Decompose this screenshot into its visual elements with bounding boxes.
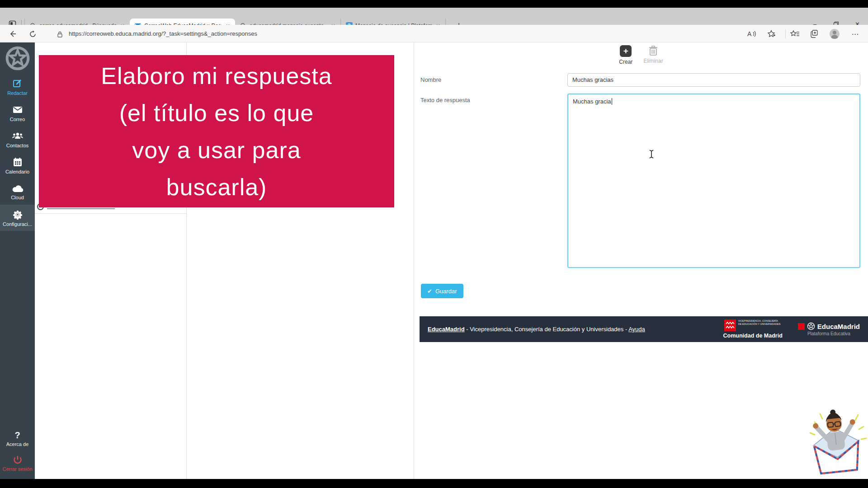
web-content: Redactar Correo Contactos Calendario Clo… [0,42,868,479]
calendar-icon [12,157,23,168]
lock-icon[interactable] [54,29,65,40]
em-star-circle-icon [807,322,815,330]
settings-menu-button[interactable]: ⋯ [850,28,861,39]
cm-flag-icon [724,319,736,331]
cm-title: Comunidad de Madrid [723,333,783,339]
em-subtitle: Plataforma Educativa [807,331,850,336]
create-label: Crear [619,59,632,65]
avatar-icon [830,29,840,39]
sidebar-item-redactar[interactable]: Redactar [0,74,35,100]
banner-line: Elaboro mi respuesta [39,57,394,94]
browser-tab-strip: correo educamadrid - Búsqueda ✕ CorreoWe… [0,8,868,25]
response-form-pane: + Crear Eliminar Nombre Muchas gracias T… [414,42,868,479]
sidebar-item-contactos[interactable]: Contactos [0,126,35,152]
compose-icon [12,78,23,89]
footer-logos: Vicepresidencia, Consejería de Educación… [723,319,860,339]
name-field-label: Nombre [420,76,441,83]
sidebar-item-cerrar-sesion[interactable]: Cerrar sesión [0,450,35,476]
sidebar-item-cloud[interactable]: Cloud [0,178,35,205]
em-title: EducaMadrid [817,323,860,330]
sidebar-item-label: Contactos [6,143,29,148]
footer-educamadrid-link[interactable]: EducaMadrid [428,326,465,333]
mail-icon [12,104,23,115]
name-input[interactable]: Muchas gracias [567,73,860,87]
save-label: Guardar [435,288,457,295]
sidebar-item-calendario[interactable]: Calendario [0,152,35,178]
save-button[interactable]: ✔ Guardar [421,284,463,298]
letterbox-bottom [0,479,868,488]
gear-icon [12,209,23,220]
list-row-divider [35,213,187,214]
plus-icon: + [620,45,632,57]
banner-line: buscarla) [39,169,394,206]
cm-small-text: Vicepresidencia, Consejería de Educación… [738,319,782,325]
toolbar-separator [785,29,786,38]
sidebar-item-configuracion[interactable]: Configuraci... [0,205,35,231]
favorites-bar-icon[interactable] [789,28,800,39]
read-aloud-icon[interactable]: A [747,28,758,39]
contacts-icon [12,131,24,141]
footer-middle-text: - Vicepresidencia, Consejería de Educaci… [465,326,629,333]
sidebar-item-acerca-de[interactable]: ? Acerca de [0,427,35,450]
more-icon: ⋯ [852,30,859,38]
question-icon: ? [14,430,20,440]
app-sidebar: Redactar Correo Contactos Calendario Clo… [0,42,35,479]
bitmoji-envelope-sticker [805,405,868,477]
sidebar-item-label: Cerrar sesión [2,466,32,472]
sidebar-item-label: Calendario [5,169,29,174]
refresh-button[interactable] [27,28,38,39]
power-icon [13,455,23,465]
browser-toolbar: https://correoweb.educa.madrid.org/?_tas… [0,25,868,42]
screenshot-root: correo educamadrid - Búsqueda ✕ CorreoWe… [0,0,868,488]
ibeam-cursor [648,149,655,161]
response-text-label: Texto de respuesta [420,97,470,103]
sidebar-item-label: Acerca de [6,441,29,447]
page-footer: EducaMadrid - Vicepresidencia, Consejerí… [420,316,868,342]
sidebar-item-label: Correo [10,117,25,122]
svg-text:A: A [747,30,752,38]
profile-avatar[interactable] [829,28,840,39]
comunidad-de-madrid-logo: Vicepresidencia, Consejería de Educación… [723,319,783,339]
banner-line: (el título es lo que [39,94,394,131]
letterbox-top [0,0,868,8]
banner-line: voy a usar para [39,131,394,169]
delete-response-button[interactable]: Eliminar [643,45,663,65]
trash-icon [648,45,658,56]
response-text-value: Muchas gracia [573,98,611,105]
sidebar-item-label: Cloud [11,195,24,200]
responses-toolbar: + Crear Eliminar [414,45,868,65]
collections-icon[interactable] [809,28,820,39]
back-button[interactable] [7,28,18,39]
address-bar[interactable]: https://correoweb.educa.madrid.org/?_tas… [69,25,257,42]
sidebar-item-correo[interactable]: Correo [0,100,35,126]
text-caret [612,98,613,105]
delete-label: Eliminar [643,58,663,64]
em-red-square-icon [798,323,805,330]
cloud-icon [11,183,24,193]
list-item-text-fragment [47,208,115,209]
sidebar-item-label: Configuraci... [3,221,32,227]
footer-ayuda-link[interactable]: Ayuda [628,326,645,333]
educamadrid-logo-icon [5,46,30,71]
overlay-banner: Elaboro mi respuesta (el título es lo qu… [39,55,394,207]
create-response-button[interactable]: + Crear [619,45,632,65]
sidebar-item-label: Redactar [7,90,28,96]
footer-text: EducaMadrid - Vicepresidencia, Consejerí… [428,326,645,333]
educamadrid-footer-logo: EducaMadrid Plataforma Educativa [798,322,860,336]
favorite-add-icon[interactable] [766,28,777,39]
check-icon: ✔ [427,288,432,295]
response-text-textarea[interactable]: Muchas gracia [567,94,860,268]
